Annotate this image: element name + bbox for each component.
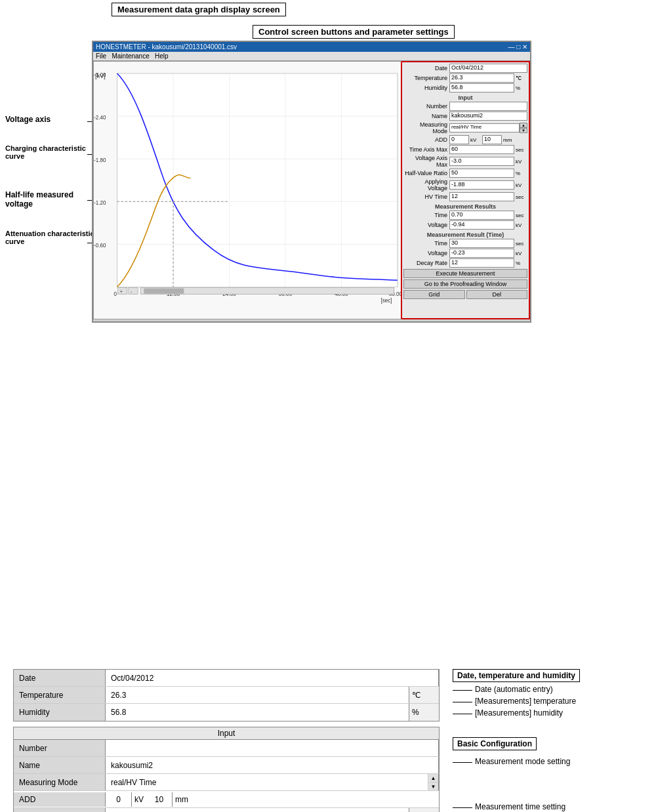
cp-mrt-time-row: Time 30 sec [403, 239, 527, 248]
attenuation-curve-label: Attenuation characteristic curve [5, 230, 94, 245]
mode-spinner-up[interactable]: ▲ [428, 774, 438, 782]
graph-screen-label-box: Measurement data graph display screen [112, 3, 286, 16]
execute-measurement-btn[interactable]: Execute Measurement [403, 269, 527, 278]
cp-mode-value[interactable]: real/HV Time [449, 123, 520, 132]
detail-temp-value[interactable]: 26.3 [106, 687, 409, 703]
mode-spinner-down[interactable]: ▼ [428, 782, 438, 790]
cp-appvolt-value[interactable]: -1.88 [449, 180, 514, 190]
window-title: HONESTMETER - kakousumi/20131040001.csv [96, 43, 237, 51]
detail-left: Date Oct/04/2012 Temperature 26.3 ℃ Humi… [13, 669, 446, 812]
detail-temp-unit: ℃ [409, 687, 439, 703]
cp-name-label: Name [403, 113, 449, 119]
detail-add-u1: kV [132, 792, 146, 807]
menu-maintenance[interactable]: Maintenance [112, 52, 149, 60]
grid-btn[interactable]: Grid [403, 290, 465, 299]
cp-add-v2[interactable]: 10 [482, 135, 502, 144]
cp-mr-volt-row: Voltage -0.94 kV [403, 220, 527, 230]
cp-halfval-row: Half-Value Ratio 50 % [403, 169, 527, 178]
svg-text:-3.00: -3.00 [94, 72, 106, 78]
cp-mrt-volt-value[interactable]: -0.23 [449, 249, 514, 258]
cp-mrt-decay-row: Decay Rate 12 % [403, 258, 527, 268]
control-panel: Date Oct/04/2012 Temperature 26.3 ℃ Humi… [402, 61, 530, 319]
cp-temp-unit: ℃ [516, 75, 527, 81]
cp-btn-row: Grid Del [403, 290, 527, 299]
cp-hvtime-value[interactable]: 12 [449, 192, 514, 201]
mode-up-btn[interactable]: ▲ [520, 123, 527, 128]
cp-date-row: Date Oct/04/2012 [403, 64, 527, 73]
cp-mr-time-value[interactable]: 0.70 [449, 211, 514, 220]
detail-name-label: Name [14, 757, 106, 773]
detail-mode-value[interactable]: real/HV Time [106, 774, 428, 790]
detail-date-value[interactable]: Oct/04/2012 [106, 670, 439, 686]
cp-add-label: ADD [403, 136, 449, 143]
proofreading-btn[interactable]: Go to the Proofreading Window [403, 279, 527, 289]
cp-humidity-unit: % [516, 85, 527, 91]
cp-mrt-decay-unit: % [516, 260, 527, 266]
cp-halfval-unit: % [516, 171, 527, 176]
annot-date-text: Date (automatic entry) [475, 685, 553, 694]
del-btn[interactable]: Del [466, 290, 528, 299]
cp-mrt-time-value[interactable]: 30 [449, 239, 514, 248]
window-menubar[interactable]: File Maintenance Help [93, 52, 530, 61]
control-screen-label: Control screen buttons and parameter set… [258, 27, 449, 37]
detail-number-value[interactable] [106, 740, 439, 756]
cp-mrt-volt-unit: kV [516, 251, 527, 256]
detail-add-v2[interactable]: 10 [146, 792, 173, 807]
detail-add-v1[interactable]: 0 [106, 792, 132, 807]
cp-humidity-row: Humidity 56.8 % [403, 83, 527, 92]
detail-add-cells: 0 kV 10 mm [106, 792, 439, 807]
menu-help[interactable]: Help [155, 52, 169, 60]
detail-humidity-label: Humidity [14, 704, 106, 721]
detail-number-row: Number [14, 740, 439, 757]
detail-name-value[interactable]: kakousumi2 [106, 757, 439, 773]
cp-humidity-label: Humidity [403, 85, 449, 91]
detail-number-label: Number [14, 740, 106, 756]
cp-mrt-decay-value[interactable]: 12 [449, 258, 514, 268]
svg-rect-33 [144, 289, 184, 294]
detail-timemax-value[interactable]: 60 [106, 808, 409, 812]
cp-timemax-value[interactable]: 60 [449, 145, 514, 154]
detail-humidity-value[interactable]: 56.8 [106, 704, 409, 721]
svg-text:0: 0 [114, 291, 117, 297]
main-window: HONESTMETER - kakousumi/20131040001.csv … [92, 41, 531, 323]
annot-mode-text: Measurement mode setting [475, 757, 570, 766]
cp-number-value[interactable] [449, 102, 527, 111]
cp-voltmax-value[interactable]: -3.0 [449, 157, 514, 166]
top-area: Measurement data graph display screen Co… [0, 0, 656, 335]
cp-halfval-value[interactable]: 50 [449, 169, 514, 178]
annot-temp: [Measurements] temperature [453, 697, 643, 706]
cp-name-value[interactable]: kakousumi2 [449, 112, 527, 121]
mode-spinner: ▲ ▼ [428, 774, 438, 790]
svg-text:+: + [120, 289, 123, 294]
cp-date-value[interactable]: Oct/04/2012 [449, 64, 527, 73]
cp-humidity-value[interactable]: 56.8 [449, 83, 514, 92]
cp-appvolt-unit: kV [516, 182, 527, 188]
cp-temp-value[interactable]: 26.3 [449, 73, 514, 83]
svg-text:-0.60: -0.60 [94, 243, 106, 249]
date-temp-humidity-block: Date Oct/04/2012 Temperature 26.3 ℃ Humi… [13, 669, 440, 721]
cp-mode-row: Measuring Mode real/HV Time ▲ ▼ [403, 121, 527, 134]
cp-mrt-header: Measurement Result (Time) [403, 232, 527, 238]
annot-timemax: Measurement time setting [453, 802, 643, 811]
annot-timemax-line [453, 807, 472, 808]
input-header: Input [14, 727, 439, 740]
detail-add-row: ADD 0 kV 10 mm [14, 791, 439, 808]
cp-mrt-time-unit: sec [516, 241, 527, 247]
page-wrapper: Measurement data graph display screen Co… [0, 0, 656, 812]
cp-timemax-unit: sec [516, 147, 527, 153]
annot-temp-text: [Measurements] temperature [475, 697, 576, 706]
detail-humidity-unit: % [409, 704, 439, 721]
cp-mrt-volt-row: Voltage -0.23 kV [403, 249, 527, 258]
detail-timemax-label: Time Axis Max [14, 808, 106, 812]
mode-down-btn[interactable]: ▼ [520, 128, 527, 133]
cp-mr-volt-value[interactable]: -0.94 [449, 220, 514, 230]
annot-date: Date (automatic entry) [453, 685, 643, 694]
graph-screen-label: Measurement data graph display screen [117, 5, 280, 14]
annot-temp-line [453, 702, 472, 702]
cp-add-v1[interactable]: 0 [449, 135, 469, 144]
cp-voltmax-row: Voltage Axis Max -3.0 kV [403, 155, 527, 168]
detail-add-label: ADD [14, 792, 106, 807]
menu-file[interactable]: File [96, 52, 106, 60]
cp-add-u1: kV [470, 137, 482, 143]
graph-svg: [kV] -3.00 -2.40 -1.80 -1.20 -0.60 0 12.… [94, 62, 401, 319]
